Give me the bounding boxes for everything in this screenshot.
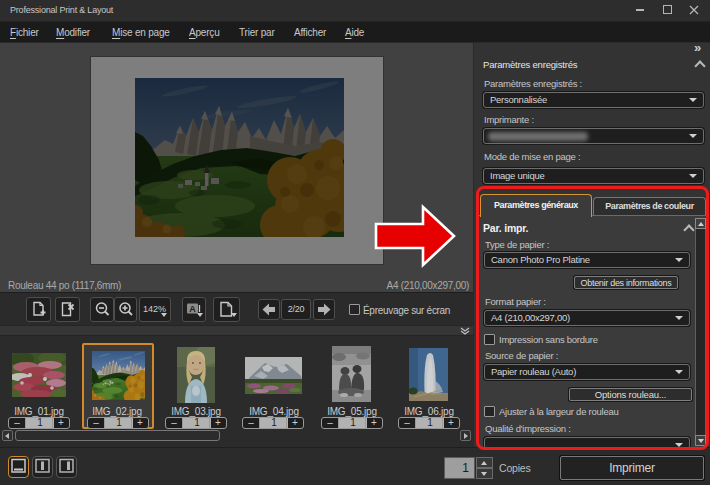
svg-text:A: A — [189, 304, 196, 314]
